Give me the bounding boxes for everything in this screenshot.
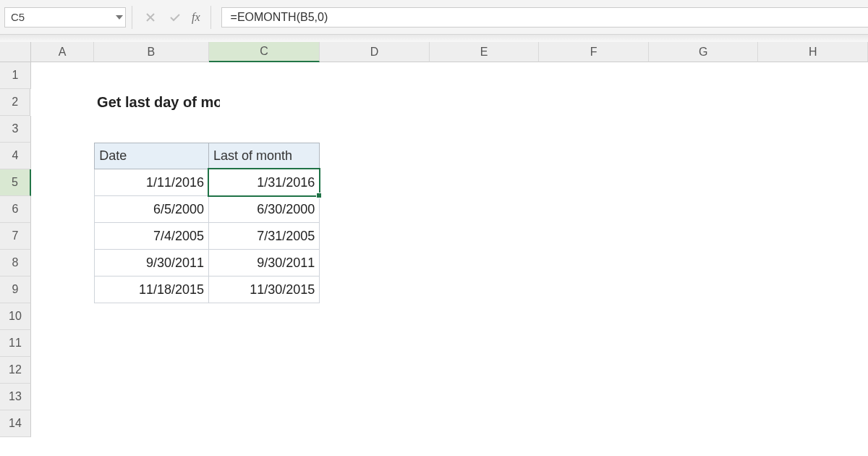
cell[interactable]	[539, 250, 649, 276]
cell[interactable]	[94, 384, 209, 410]
cell[interactable]	[430, 357, 540, 384]
cell[interactable]	[649, 330, 759, 357]
cell[interactable]	[209, 410, 320, 437]
cell[interactable]	[430, 330, 540, 357]
row-header[interactable]: 9	[0, 276, 31, 303]
column-header[interactable]: F	[539, 42, 649, 62]
table-cell-date[interactable]: 11/18/2015	[94, 276, 209, 303]
cell[interactable]	[758, 276, 868, 303]
cell[interactable]	[209, 62, 320, 89]
cell[interactable]	[320, 62, 430, 89]
cell[interactable]	[430, 223, 540, 250]
column-header[interactable]: B	[94, 42, 209, 62]
insert-function-button[interactable]: fx	[192, 11, 200, 24]
cell[interactable]	[31, 357, 94, 384]
cell[interactable]	[220, 89, 329, 116]
cell[interactable]	[94, 62, 209, 89]
cell[interactable]	[649, 276, 759, 303]
cell[interactable]	[758, 250, 868, 276]
cell[interactable]	[320, 384, 430, 410]
row-header[interactable]: 4	[0, 143, 31, 169]
column-header[interactable]: D	[320, 42, 430, 62]
cell[interactable]	[758, 223, 868, 250]
cell[interactable]	[30, 89, 93, 116]
cell[interactable]	[94, 303, 209, 330]
cell[interactable]	[539, 357, 649, 384]
cell[interactable]	[320, 169, 430, 196]
table-cell-date[interactable]: 7/4/2005	[94, 223, 209, 250]
cell[interactable]	[758, 143, 868, 169]
column-header[interactable]: E	[430, 42, 540, 62]
cell[interactable]	[758, 410, 868, 437]
table-header-date[interactable]: Date	[94, 143, 209, 169]
cell[interactable]	[430, 276, 540, 303]
enter-button[interactable]	[163, 7, 187, 28]
table-cell-date[interactable]: 1/11/2016	[94, 169, 209, 196]
column-header[interactable]: G	[649, 42, 759, 62]
cell[interactable]	[539, 143, 649, 169]
cell[interactable]	[209, 303, 320, 330]
cell[interactable]	[320, 357, 430, 384]
cell[interactable]	[320, 330, 430, 357]
cell[interactable]	[539, 276, 649, 303]
row-header[interactable]: 5	[0, 169, 31, 196]
row-header[interactable]: 7	[0, 223, 31, 250]
cell[interactable]	[320, 143, 430, 169]
cell[interactable]	[539, 223, 649, 250]
cell[interactable]	[758, 116, 868, 143]
row-header[interactable]: 13	[0, 384, 31, 410]
cell[interactable]	[209, 116, 320, 143]
cell[interactable]	[760, 89, 868, 116]
cell[interactable]	[31, 62, 94, 89]
cell[interactable]	[320, 410, 430, 437]
table-header-last[interactable]: Last of month	[209, 143, 320, 169]
cell[interactable]	[430, 250, 540, 276]
cell[interactable]	[31, 384, 94, 410]
cell[interactable]	[545, 89, 652, 116]
cell[interactable]	[539, 384, 649, 410]
cell[interactable]	[430, 169, 540, 196]
cell[interactable]	[329, 89, 437, 116]
row-header[interactable]: 14	[0, 410, 31, 437]
cell[interactable]	[31, 169, 94, 196]
cell[interactable]	[758, 303, 868, 330]
table-cell-last[interactable]: 7/31/2005	[209, 223, 320, 250]
cell[interactable]	[430, 196, 540, 223]
name-box-dropdown[interactable]	[112, 8, 125, 27]
cell[interactable]	[320, 196, 430, 223]
cell[interactable]	[539, 169, 649, 196]
cell[interactable]	[758, 62, 868, 89]
column-header[interactable]: H	[758, 42, 868, 62]
cell[interactable]	[758, 330, 868, 357]
active-cell[interactable]: 1/31/2016	[209, 169, 320, 196]
formula-input-wrap[interactable]	[221, 7, 868, 28]
cell[interactable]	[430, 62, 540, 89]
cell[interactable]	[209, 357, 320, 384]
table-cell-date[interactable]: 9/30/2011	[94, 250, 209, 276]
cell[interactable]	[31, 330, 94, 357]
cell[interactable]	[649, 223, 759, 250]
cell[interactable]	[539, 330, 649, 357]
cell[interactable]	[31, 410, 94, 437]
cell[interactable]	[209, 330, 320, 357]
cell[interactable]	[320, 303, 430, 330]
table-cell-date[interactable]: 6/5/2000	[94, 196, 209, 223]
cell[interactable]	[320, 250, 430, 276]
row-header[interactable]: 8	[0, 250, 31, 276]
cell[interactable]	[31, 143, 94, 169]
cell[interactable]	[649, 169, 759, 196]
cell[interactable]	[539, 410, 649, 437]
cell[interactable]	[652, 89, 760, 116]
cell[interactable]	[31, 196, 94, 223]
cell[interactable]	[649, 303, 759, 330]
cell[interactable]	[31, 223, 94, 250]
cell[interactable]	[649, 143, 759, 169]
row-header[interactable]: 11	[0, 330, 31, 357]
cell[interactable]	[649, 384, 759, 410]
cell[interactable]	[94, 330, 209, 357]
row-header[interactable]: 2	[0, 89, 30, 116]
table-cell-last[interactable]: 11/30/2015	[209, 276, 320, 303]
cell[interactable]	[31, 303, 94, 330]
cell[interactable]	[758, 384, 868, 410]
row-header[interactable]: 1	[0, 62, 31, 89]
